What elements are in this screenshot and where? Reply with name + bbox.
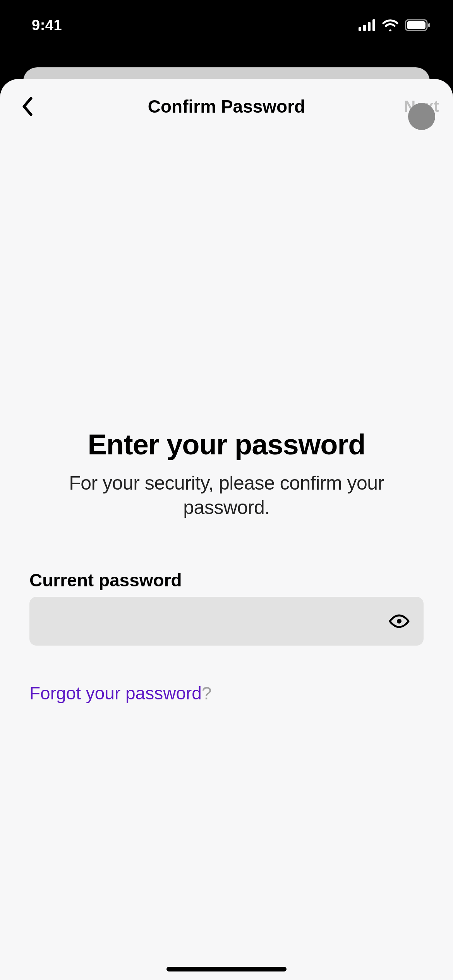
password-field-group: Current password [29,570,424,646]
password-input[interactable] [43,597,377,646]
main-subheading: For your security, please confirm your p… [29,471,424,519]
eye-icon [388,614,410,629]
forgot-password-text: Forgot your password [29,683,202,703]
reveal-password-button[interactable] [386,608,413,635]
svg-rect-5 [407,21,426,29]
home-indicator[interactable] [166,967,287,971]
svg-rect-2 [368,22,371,31]
overlay-dot [408,103,435,130]
chevron-left-icon [22,97,33,116]
statusbar-indicators [359,19,431,31]
modal-sheet: Confirm Password Next Enter your passwor… [0,79,453,980]
password-field-label: Current password [29,570,424,591]
page-title: Confirm Password [148,96,305,117]
svg-rect-1 [363,25,366,31]
svg-rect-3 [372,19,375,31]
password-input-wrap [29,597,424,646]
main-heading: Enter your password [29,428,424,461]
battery-icon [405,19,431,31]
cellular-icon [359,19,376,31]
back-button[interactable] [14,93,41,120]
navbar: Confirm Password Next [0,79,453,134]
statusbar-time: 9:41 [32,17,62,34]
forgot-password-link[interactable]: Forgot your password? [29,683,211,704]
svg-rect-0 [359,27,361,31]
wifi-icon [382,19,399,31]
svg-point-7 [397,619,402,624]
svg-rect-6 [428,23,430,27]
forgot-password-q: ? [202,683,212,703]
status-bar: 9:41 [0,0,453,50]
content-area: Enter your password For your security, p… [0,134,453,704]
